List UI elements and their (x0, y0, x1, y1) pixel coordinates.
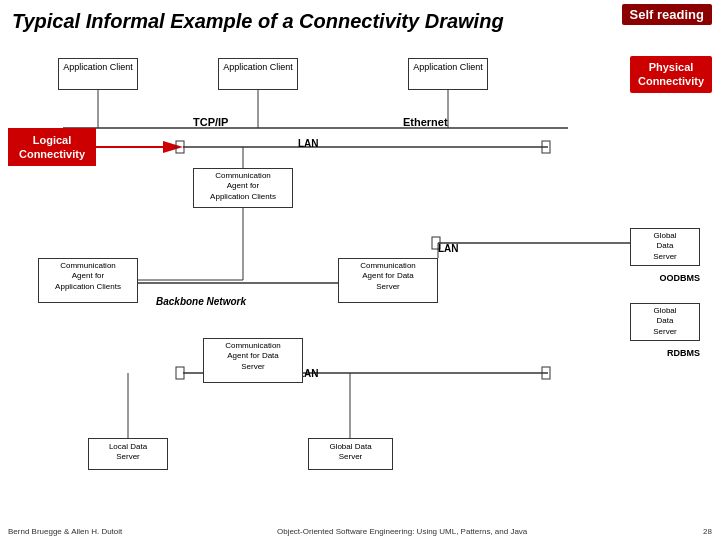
footer-center: Object-Oriented Software Engineering: Us… (122, 527, 682, 536)
main-title: Typical Informal Example of a Connectivi… (12, 10, 708, 33)
app-client-box-1: Application Client (58, 58, 138, 90)
svg-rect-22 (542, 367, 550, 379)
diagram-area: Application Client Application Client Ap… (8, 48, 712, 512)
footer-right: 28 (682, 527, 712, 536)
global-data-server-upper: GlobalDataServer (630, 228, 700, 266)
logical-connectivity-box: LogicalConnectivity (8, 128, 96, 166)
global-data-server-bottom-box: Global DataServer (308, 438, 393, 470)
self-reading-badge: Self reading (622, 4, 712, 25)
footer-left: Bernd Bruegge & Allen H. Dutoit (8, 527, 122, 536)
lan-label-2: LAN (438, 243, 459, 254)
svg-rect-21 (176, 367, 184, 379)
tcp-ip-label: TCP/IP (193, 116, 228, 128)
svg-rect-20 (542, 141, 550, 153)
global-data-server-lower: GlobalDataServer (630, 303, 700, 341)
svg-rect-19 (176, 141, 184, 153)
comm-agent-data-server-mid: CommunicationAgent for DataServer (338, 258, 438, 303)
oodbms-label: OODBMS (660, 273, 701, 283)
comm-agent-app-clients-upper: CommunicationAgent forApplication Client… (193, 168, 293, 208)
lan-label-1: LAN (298, 138, 319, 149)
backbone-network-label: Backbone Network (156, 296, 246, 307)
app-client-box-3: Application Client (408, 58, 488, 90)
comm-agent-data-server-lower: CommunicationAgent for DataServer (203, 338, 303, 383)
page-container: Self reading Typical Informal Example of… (0, 0, 720, 540)
local-data-server-box: Local DataServer (88, 438, 168, 470)
ethernet-label: Ethernet (403, 116, 448, 128)
svg-marker-4 (96, 141, 183, 153)
app-client-box-2: Application Client (218, 58, 298, 90)
rdbms-label: RDBMS (667, 348, 700, 358)
comm-agent-app-clients-lower: CommunicationAgent forApplication Client… (38, 258, 138, 303)
footer: Bernd Bruegge & Allen H. Dutoit Object-O… (8, 527, 712, 536)
